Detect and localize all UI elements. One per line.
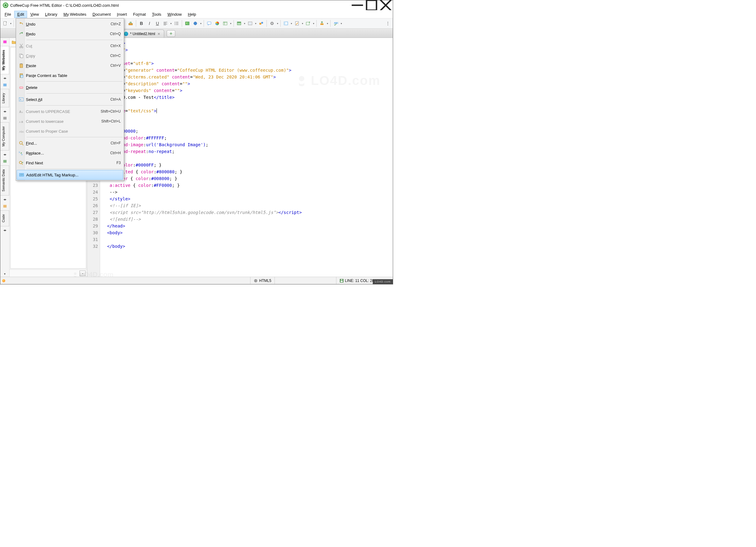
menu-my-websites[interactable]: My Websites [60,11,89,18]
svg-rect-27 [249,22,251,23]
menu-view[interactable]: View [27,11,42,18]
new-file-icon[interactable] [2,20,9,27]
maximize-button[interactable] [364,0,379,10]
spreadsheet-icon[interactable] [222,20,229,27]
side-panel-dropdown-button[interactable]: ⌄ [79,271,86,276]
spellcheck-icon[interactable]: ABC [332,20,339,27]
edit-menu-dropdown: UndoCtrl+ZRedoCtrl+QCutCtrl+XCopyCtrl+CP… [16,18,124,181]
layout-dropdown-icon[interactable]: ▾ [290,22,293,25]
menu-item-delete[interactable]: Delete [17,83,123,92]
menu-edit[interactable]: Edit [14,11,27,18]
svg-rect-55 [20,64,23,67]
app-icon [3,2,8,8]
export-icon[interactable] [304,20,312,27]
new-tab-button[interactable] [167,30,175,37]
sidetab-arrow-icon[interactable]: ◂▸ [0,151,9,157]
status-doctype: HTML5 [250,277,274,284]
menu-item-convert-to-proper-case: AbcConvert to Proper Case [17,126,123,136]
toolbar-overflow-icon[interactable]: ⋮ [384,20,392,27]
menu-item-paste-content-as-table[interactable]: Paste Content as Table [17,71,123,80]
menu-item-redo[interactable]: RedoCtrl+Q [17,29,123,39]
menu-help[interactable]: Help [185,11,199,18]
menu-item-label: Convert to UPPERCASE [26,109,101,114]
close-button[interactable] [379,0,393,10]
frame-dropdown-icon[interactable]: ▾ [243,22,246,25]
tab-close-icon[interactable]: × [157,31,161,36]
open-tray-icon[interactable] [127,20,134,27]
sidetab-code[interactable]: Code [0,210,9,226]
menu-item-replace[interactable]: baReplace...Ctrl+H [17,148,123,158]
sidetab-arrow-icon[interactable]: ◂▸ [0,108,9,114]
menubar: FileEditViewLibraryMy WebsitesDocumentIn… [0,10,393,18]
delete-icon [17,85,26,90]
svg-rect-35 [306,22,309,25]
menu-tools[interactable]: Tools [149,11,164,18]
menu-library[interactable]: Library [42,11,60,18]
code-editor[interactable]: 20 21 22 23 24 25 26 27 28 29 30 31 32 P… [87,38,393,277]
note-icon[interactable] [293,20,301,27]
gear-dropdown-icon[interactable]: ▾ [276,22,279,25]
sidetab-my-websites[interactable]: My Websites [0,46,9,74]
link-dropdown-icon[interactable]: ▾ [200,22,202,25]
align-left-icon[interactable] [162,20,169,27]
list-icon[interactable] [173,20,180,27]
spellcheck-dropdown-icon[interactable]: ▾ [340,22,343,25]
menu-item-shortcut: Ctrl+V [110,63,121,68]
underline-icon[interactable]: U [154,20,161,27]
sidetab-library[interactable]: Library [0,89,9,107]
link-icon[interactable] [192,20,199,27]
menu-file[interactable]: File [2,11,14,18]
menu-item-shortcut: Ctrl+X [110,44,121,48]
menu-format[interactable]: Format [130,11,149,18]
menu-item-select-all[interactable]: ASelect AllCtrl+A [17,95,123,104]
menu-document[interactable]: Document [89,11,114,18]
sidetab-arrow-icon[interactable]: ◂▸ [0,75,9,81]
sidetab-overflow-icon[interactable]: ▾ [0,271,9,277]
export-dropdown-icon[interactable]: ▾ [312,22,315,25]
side-panel-footer: ⌄ [10,270,87,277]
svg-point-17 [186,23,187,24]
find-icon [17,140,26,146]
uppercase-icon: Aa [17,109,26,114]
menu-item-find[interactable]: Find...Ctrl+F [17,138,123,148]
note-dropdown-icon[interactable]: ▾ [301,22,304,25]
sidetab-semantic-data[interactable]: Semantic Data [0,165,9,196]
frame-icon[interactable] [235,20,243,27]
menu-window[interactable]: Window [165,11,185,18]
image-icon[interactable] [184,20,191,27]
sidetab-arrow-icon[interactable]: ◂▸ [0,227,9,233]
new-dropdown-icon[interactable]: ▾ [10,22,12,25]
menu-item-add-edit-html-tag-markup[interactable]: </>Add/Edit HTML Tag Markup... [17,170,123,180]
italic-icon[interactable]: I [146,20,153,27]
svg-line-73 [22,164,22,164]
menu-insert[interactable]: Insert [114,11,130,18]
upload-dropdown-icon[interactable]: ▾ [326,22,329,25]
bold-icon[interactable]: B [138,20,145,27]
color-wheel-icon[interactable] [213,20,221,27]
sidetab-arrow-icon[interactable]: ◂▸ [0,196,9,202]
edge-icon [124,32,128,36]
document-tab[interactable]: * Untitled2.html× [120,30,164,38]
svg-rect-38 [3,41,6,43]
align-dropdown-icon[interactable]: ▾ [170,22,172,25]
svg-rect-21 [223,22,227,25]
form-icon[interactable] [246,20,254,27]
comment-icon[interactable] [205,20,213,27]
menu-item-undo[interactable]: UndoCtrl+Z [17,19,123,29]
svg-text:</>: </> [20,174,23,176]
svg-rect-16 [185,22,189,25]
status-indicator-icon [2,279,5,282]
upload-icon[interactable] [318,20,326,27]
gear-icon[interactable] [268,20,276,27]
menu-item-label: Undo [26,22,111,26]
menu-item-paste[interactable]: PasteCtrl+V [17,61,123,71]
spreadsheet-dropdown-icon[interactable]: ▾ [230,22,232,25]
menu-item-find-next[interactable]: Find NextF3 [17,158,123,168]
form-dropdown-icon[interactable]: ▾ [254,22,257,25]
side-tabstrip: My Websites◂▸Library◂▸My Computer◂▸Seman… [0,38,10,277]
shapes-icon[interactable] [258,20,265,27]
minimize-button[interactable] [350,0,364,10]
sidetab-my-computer[interactable]: My Computer [0,122,9,151]
code-content[interactable]: PE html> ang="en"> ta charset="utf-8"> t… [100,38,393,277]
layout-icon[interactable] [282,20,290,27]
